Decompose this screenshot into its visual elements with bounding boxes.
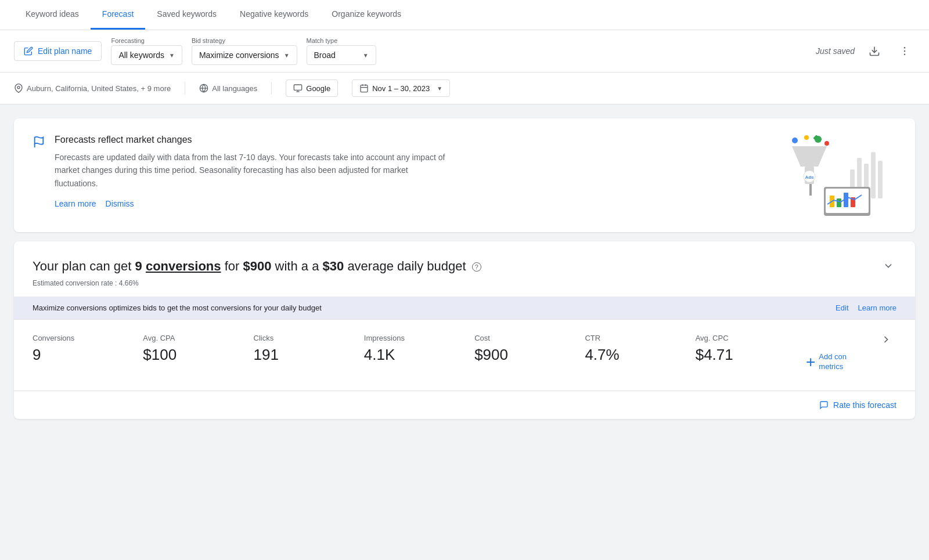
- forecasting-dropdown-group: Forecasting All keywords ▼: [111, 37, 182, 65]
- blue-banner-text: Maximize conversions optimizes bids to g…: [33, 304, 322, 312]
- bid-strategy-dropdown[interactable]: Maximize conversions ▼: [192, 45, 297, 65]
- bid-strategy-chevron-icon: ▼: [284, 52, 290, 59]
- edit-plan-label: Edit plan name: [38, 46, 92, 56]
- blue-banner-actions: Edit Learn more: [836, 304, 896, 312]
- forecasting-dropdown[interactable]: All keywords ▼: [111, 45, 182, 65]
- metric-value-5: 4.7%: [585, 346, 695, 364]
- svg-text:Ads: Ads: [805, 175, 814, 180]
- top-nav: Keyword ideas Forecast Saved keywords Ne…: [0, 0, 929, 30]
- filter-bar: Auburn, California, United States, + 9 m…: [0, 73, 929, 104]
- alert-learn-more-link[interactable]: Learn more: [55, 199, 96, 208]
- svg-point-23: [792, 138, 798, 143]
- alert-title: Forecasts reflect market changes: [55, 135, 759, 145]
- forecast-title-block: Your plan can get 9 conversions for $900…: [33, 258, 481, 287]
- metric-col-4: Cost $900: [474, 334, 585, 364]
- collapse-button[interactable]: [880, 258, 896, 277]
- banner-learn-more-link[interactable]: Learn more: [858, 304, 896, 312]
- metric-label-5: CTR: [585, 334, 695, 342]
- metric-col-2: Clicks 191: [254, 334, 364, 364]
- metrics-table: Conversions 9 Avg. CPA $100 Clicks 191 I…: [14, 319, 915, 391]
- network-icon: [293, 84, 303, 93]
- conversions-num: 9: [135, 259, 142, 273]
- metric-label-2: Clicks: [254, 334, 364, 342]
- svg-marker-20: [792, 146, 827, 167]
- svg-point-26: [824, 141, 829, 146]
- help-icon[interactable]: ?: [472, 262, 481, 272]
- location-filter[interactable]: Auburn, California, United States, + 9 m…: [14, 84, 171, 93]
- svg-point-24: [804, 135, 809, 140]
- more-options-button[interactable]: [894, 41, 915, 62]
- forecast-card: Your plan can get 9 conversions for $900…: [14, 241, 915, 419]
- network-text: Google: [306, 84, 330, 93]
- svg-point-2: [904, 50, 906, 52]
- estimated-rate: Estimated conversion rate : 4.66%: [33, 279, 481, 287]
- metric-value-6: $4.71: [696, 346, 806, 364]
- location-text: Auburn, California, United States, + 9 m…: [27, 84, 171, 93]
- toolbar: Edit plan name Forecasting All keywords …: [0, 30, 929, 73]
- rate-footer: Rate this forecast: [14, 391, 915, 419]
- svg-point-1: [904, 47, 906, 49]
- tab-saved-keywords[interactable]: Saved keywords: [145, 0, 228, 30]
- language-text: All languages: [212, 84, 257, 93]
- language-filter[interactable]: All languages: [199, 84, 257, 93]
- metric-value-1: $100: [143, 346, 253, 364]
- location-icon: [14, 84, 23, 93]
- calendar-icon: [359, 84, 369, 93]
- metric-label-4: Cost: [474, 334, 585, 342]
- with-label: with a a: [275, 259, 319, 273]
- tab-negative-keywords[interactable]: Negative keywords: [228, 0, 320, 30]
- match-type-dropdown[interactable]: Broad ▼: [307, 45, 376, 65]
- plus-icon: +: [806, 354, 815, 370]
- metric-col-3: Impressions 4.1K: [364, 334, 474, 364]
- headline-pre: Your plan can get: [33, 259, 131, 273]
- feedback-icon: [819, 400, 829, 410]
- forecasting-value: All keywords: [118, 50, 164, 60]
- chevron-right-icon: [880, 334, 892, 345]
- blue-banner: Maximize conversions optimizes bids to g…: [14, 297, 915, 319]
- rate-forecast-link[interactable]: Rate this forecast: [819, 400, 896, 410]
- date-range-chevron-icon: ▼: [437, 85, 442, 92]
- alert-card: Forecasts reflect market changes Forecas…: [14, 118, 915, 232]
- alert-dismiss-link[interactable]: Dismiss: [106, 199, 134, 208]
- budget-label: average daily budget: [347, 259, 466, 273]
- metric-col-1: Avg. CPA $100: [143, 334, 253, 364]
- date-range-filter[interactable]: Nov 1 – 30, 2023 ▼: [352, 80, 450, 97]
- add-metrics-col[interactable]: + Add con metrics: [806, 334, 876, 377]
- tab-keyword-ideas[interactable]: Keyword ideas: [14, 0, 91, 30]
- metric-label-1: Avg. CPA: [143, 334, 253, 342]
- metric-value-3: 4.1K: [364, 346, 474, 364]
- download-button[interactable]: [864, 41, 885, 62]
- bid-strategy-value: Maximize conversions: [199, 50, 279, 60]
- alert-illustration: Ads: [769, 135, 896, 216]
- main-content: Forecasts reflect market changes Forecas…: [0, 104, 929, 433]
- forecasting-label: Forecasting: [111, 37, 182, 44]
- svg-rect-7: [294, 85, 302, 90]
- add-metrics-button[interactable]: + Add con metrics: [806, 350, 865, 374]
- match-type-chevron-icon: ▼: [363, 52, 369, 59]
- for-label: for: [225, 259, 240, 273]
- forecast-title: Your plan can get 9 conversions for $900…: [33, 258, 481, 276]
- metric-label-6: Avg. CPC: [696, 334, 806, 342]
- metric-col-5: CTR 4.7%: [585, 334, 695, 364]
- match-type-dropdown-group: Match type Broad ▼: [307, 37, 376, 65]
- network-filter[interactable]: Google: [286, 80, 338, 97]
- tab-forecast[interactable]: Forecast: [91, 0, 145, 30]
- alert-actions: Learn more Dismiss: [55, 199, 759, 208]
- metric-label-0: Conversions: [33, 334, 143, 342]
- metric-value-2: 191: [254, 346, 364, 364]
- next-arrow-button[interactable]: [876, 334, 896, 345]
- banner-edit-link[interactable]: Edit: [836, 304, 848, 312]
- bid-strategy-dropdown-group: Bid strategy Maximize conversions ▼: [192, 37, 297, 65]
- edit-icon: [24, 46, 33, 56]
- edit-plan-button[interactable]: Edit plan name: [14, 41, 102, 61]
- download-icon: [869, 45, 880, 57]
- svg-rect-10: [361, 85, 368, 92]
- svg-rect-18: [871, 152, 876, 198]
- match-type-value: Broad: [314, 50, 336, 60]
- bid-strategy-label: Bid strategy: [192, 37, 297, 44]
- conversions-label: conversions: [146, 259, 221, 273]
- tab-organize-keywords[interactable]: Organize keywords: [320, 0, 413, 30]
- filter-sep-2: [271, 82, 272, 94]
- metric-label-3: Impressions: [364, 334, 474, 342]
- just-saved-label: Just saved: [816, 46, 855, 56]
